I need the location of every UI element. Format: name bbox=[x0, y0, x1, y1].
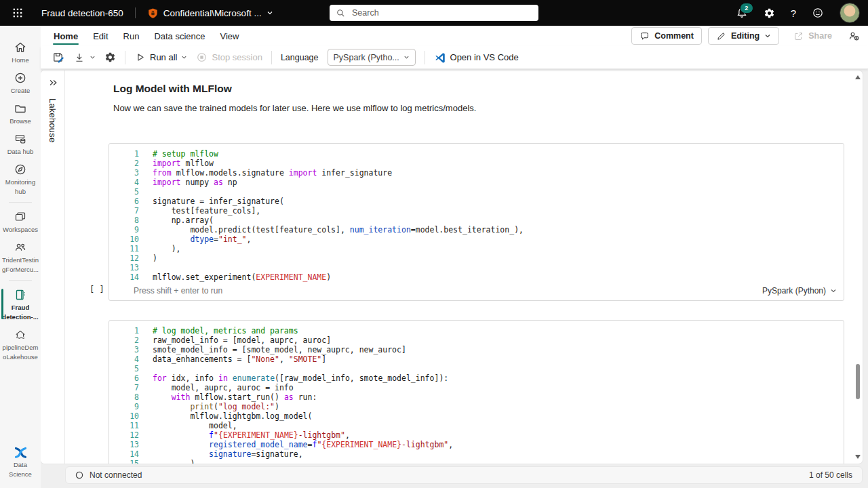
scroll-down-arrow-icon[interactable] bbox=[855, 455, 861, 459]
run-all-button[interactable]: Run all bbox=[134, 52, 187, 63]
chevron-down-icon bbox=[90, 54, 96, 60]
code-editor[interactable]: 1# log model, metrics and params2raw_mod… bbox=[109, 321, 844, 464]
monitoring-hub-icon bbox=[14, 163, 27, 176]
sidebar-item-pipelinedemo-lakehouse[interactable]: pipelineDem oLakehouse bbox=[0, 324, 41, 364]
notebook-settings-button[interactable] bbox=[104, 52, 116, 63]
sidebar-item-browse[interactable]: Browse bbox=[0, 98, 41, 128]
tab-home[interactable]: Home bbox=[46, 26, 85, 46]
comment-button[interactable]: Comment bbox=[631, 27, 702, 45]
left-nav-rail: Home Create Browse Data hub bbox=[0, 26, 41, 488]
sidebar-item-monitoring-hub[interactable]: Monitoring hub bbox=[0, 159, 41, 199]
code-editor[interactable]: 1# setup mlflow2import mlflow3from mlflo… bbox=[109, 144, 844, 283]
plus-circle-icon bbox=[14, 71, 27, 85]
top-app-bar: Fraud detection-650 Confidential\Microso… bbox=[0, 0, 868, 26]
workspaces-icon bbox=[14, 210, 27, 224]
cell-footer: Press shift + enter to run PySpark (Pyth… bbox=[109, 283, 844, 300]
data-science-logo-icon bbox=[13, 445, 28, 459]
help-button[interactable]: ? bbox=[791, 7, 796, 19]
share-button[interactable]: Share bbox=[785, 27, 840, 45]
lakehouse-panel-title[interactable]: Lakehouse bbox=[47, 98, 58, 142]
people-add-icon bbox=[848, 30, 860, 42]
smiley-icon bbox=[812, 7, 824, 19]
menubar-right-group: Comment Editing Share bbox=[631, 27, 868, 45]
markdown-heading: Log Model with MLFlow bbox=[113, 83, 853, 95]
user-avatar[interactable] bbox=[840, 3, 860, 23]
manage-access-button[interactable] bbox=[846, 28, 861, 43]
search-input[interactable] bbox=[351, 7, 532, 18]
sidebar-item-tridenttesting-workspace[interactable]: TridentTestin gForMercu... bbox=[0, 237, 41, 277]
editing-mode-button[interactable]: Editing bbox=[708, 27, 779, 45]
tab-run[interactable]: Run bbox=[116, 26, 147, 46]
save-icon bbox=[52, 51, 64, 64]
ribbon-menu-bar: Home Edit Run Data science View Comment … bbox=[41, 26, 868, 46]
search-icon bbox=[336, 8, 346, 18]
language-dropdown[interactable]: PySpark (Pytho... bbox=[328, 49, 416, 66]
play-icon bbox=[134, 52, 146, 63]
toolbar-divider bbox=[125, 51, 125, 64]
notebook-status-bar: Not connected 1 of 50 cells bbox=[65, 466, 863, 484]
notebook-icon bbox=[14, 288, 27, 302]
execution-count-indicator: [ ] bbox=[90, 285, 104, 294]
code-cell-2[interactable]: 1# log model, metrics and params2raw_mod… bbox=[108, 320, 844, 464]
download-icon bbox=[73, 52, 85, 64]
menu-tabs: Home Edit Run Data science View bbox=[41, 26, 247, 46]
sidebar-item-create[interactable]: Create bbox=[0, 67, 41, 98]
data-hub-icon bbox=[14, 132, 27, 146]
sidebar-item-data-hub[interactable]: Data hub bbox=[0, 128, 41, 159]
content-region: Lakehouse Log Model with MLFlow Now we c… bbox=[41, 68, 868, 488]
markdown-paragraph: Now we can save the trained models for l… bbox=[113, 103, 853, 113]
folder-icon bbox=[14, 102, 27, 115]
feedback-button[interactable] bbox=[812, 7, 824, 19]
cell-count-text: 1 of 50 cells bbox=[809, 470, 852, 480]
home-icon bbox=[14, 41, 27, 54]
export-button[interactable] bbox=[73, 52, 96, 64]
chevron-down-icon bbox=[181, 54, 187, 60]
notebook-canvas: Log Model with MLFlow Now we can save th… bbox=[65, 70, 853, 464]
scrollbar-thumb[interactable] bbox=[856, 364, 860, 399]
app-title[interactable]: Fraud detection-650 bbox=[41, 8, 123, 18]
chevron-down-icon bbox=[267, 9, 273, 16]
kernel-selector[interactable]: PySpark (Python) bbox=[762, 286, 837, 296]
chevron-down-icon bbox=[403, 54, 410, 60]
connection-circle-icon bbox=[75, 471, 83, 479]
vertical-scrollbar[interactable] bbox=[853, 70, 863, 464]
experience-switcher-data-science[interactable]: Data Science bbox=[0, 441, 41, 481]
scroll-up-arrow-icon[interactable] bbox=[855, 75, 861, 79]
chevron-down-icon bbox=[764, 33, 771, 39]
connection-status: Not connected bbox=[75, 470, 142, 480]
topbar-left-group: Fraud detection-650 Confidential\Microso… bbox=[0, 7, 273, 19]
comment-icon bbox=[639, 31, 650, 41]
sidebar-item-home[interactable]: Home bbox=[0, 37, 41, 67]
connection-status-text: Not connected bbox=[90, 470, 142, 480]
lakehouse-icon bbox=[14, 328, 27, 342]
tab-data-science[interactable]: Data science bbox=[146, 26, 212, 46]
rail-divider bbox=[9, 280, 32, 281]
save-button[interactable] bbox=[52, 51, 64, 64]
help-icon: ? bbox=[791, 7, 796, 19]
notifications-button[interactable]: 2 bbox=[736, 7, 748, 19]
stop-icon bbox=[196, 52, 208, 63]
toolbar-divider bbox=[425, 51, 425, 64]
language-label: Language bbox=[281, 53, 319, 62]
topbar-right-group: 2 ? bbox=[736, 3, 868, 23]
lakehouse-collapsed-panel: Lakehouse bbox=[41, 70, 65, 464]
open-in-vscode-button[interactable]: Open in VS Code bbox=[434, 52, 519, 64]
tab-view[interactable]: View bbox=[213, 26, 247, 46]
settings-button[interactable] bbox=[764, 7, 775, 19]
run-hint-text: Press shift + enter to run bbox=[134, 286, 222, 296]
code-cell-1[interactable]: [ ] 1# setup mlflow2import mlflow3from m… bbox=[108, 143, 844, 301]
global-search-box[interactable] bbox=[330, 5, 538, 21]
sensitivity-label[interactable]: Confidential\Microsoft ... bbox=[147, 7, 273, 19]
sidebar-item-fraud-detection-notebook[interactable]: Fraud detection-... bbox=[0, 284, 41, 324]
topbar-divider bbox=[135, 7, 136, 18]
notification-badge: 2 bbox=[740, 3, 753, 14]
people-icon bbox=[14, 241, 27, 254]
stop-session-button[interactable]: Stop session bbox=[196, 52, 262, 63]
sidebar-item-workspaces[interactable]: Workspaces bbox=[0, 206, 41, 237]
shield-lock-icon bbox=[147, 7, 159, 19]
gear-icon bbox=[764, 7, 775, 19]
expand-panel-button[interactable] bbox=[48, 78, 58, 87]
app-launcher-icon[interactable] bbox=[12, 7, 24, 19]
tab-edit[interactable]: Edit bbox=[85, 26, 115, 46]
chevron-down-icon bbox=[830, 287, 837, 294]
